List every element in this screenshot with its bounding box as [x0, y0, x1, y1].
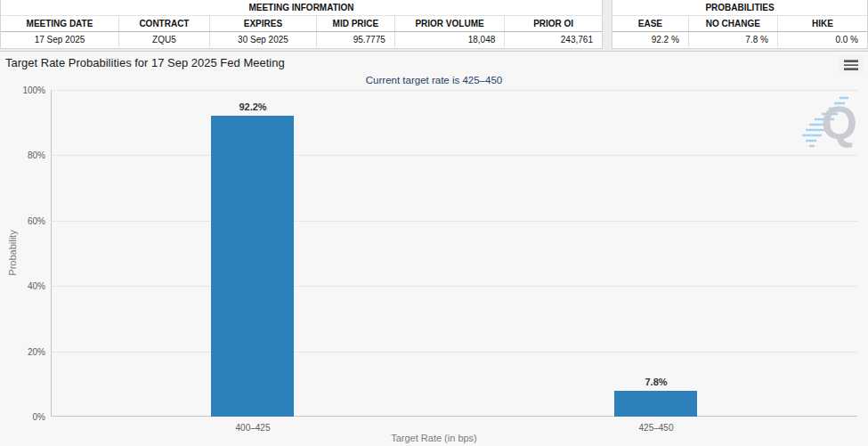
- y-tick-100%: 100%: [6, 85, 45, 95]
- probabilities-header-row: EASE NO CHANGE HIKE: [612, 16, 867, 32]
- target-rate-probabilities-chart: Target Rate Probabilities for 17 Sep 202…: [0, 51, 868, 446]
- header-no-change: NO CHANGE: [689, 16, 778, 31]
- bar-value-label-425–450: 7.8%: [603, 377, 710, 387]
- y-gridline-100%: [51, 90, 857, 91]
- value-ease: 92.2 %: [612, 32, 689, 47]
- plot-area: [51, 90, 857, 417]
- probabilities-data-row: 92.2 % 7.8 % 0.0 %: [612, 32, 867, 47]
- y-tick-20%: 20%: [6, 347, 45, 357]
- value-prior-volume: 18,048: [395, 32, 506, 47]
- y-tick-0%: 0%: [6, 412, 45, 422]
- header-meeting-date: MEETING DATE: [1, 16, 119, 31]
- chart-export-menu-button[interactable]: [840, 55, 863, 75]
- value-contract: ZQU5: [119, 32, 210, 47]
- value-prior-oi: 243,761: [505, 32, 602, 47]
- y-tick-60%: 60%: [6, 216, 45, 226]
- y-tick-80%: 80%: [6, 150, 45, 160]
- value-expires: 30 Sep 2025: [210, 32, 317, 47]
- meeting-information-table: MEETING INFORMATION MEETING DATE CONTRAC…: [0, 0, 603, 49]
- meeting-information-title: MEETING INFORMATION: [1, 0, 602, 16]
- value-meeting-date: 17 Sep 2025: [1, 32, 119, 47]
- header-ease: EASE: [612, 16, 689, 31]
- x-category-label-425–450: 425–450: [603, 423, 710, 433]
- header-hike: HIKE: [778, 16, 867, 31]
- y-gridline-40%: [51, 286, 857, 287]
- chart-subtitle: Current target rate is 425–450: [0, 75, 868, 85]
- meeting-information-data-row: 17 Sep 2025 ZQU5 30 Sep 2025 95.7775 18,…: [1, 32, 602, 47]
- x-category-label-400–425: 400–425: [199, 423, 306, 433]
- y-gridline-80%: [51, 155, 857, 156]
- bar-400–425[interactable]: [211, 116, 294, 417]
- meeting-information-header-row: MEETING DATE CONTRACT EXPIRES MID PRICE …: [1, 16, 602, 32]
- header-prior-oi: PRIOR OI: [505, 16, 602, 31]
- y-axis-title: Probability: [7, 217, 18, 288]
- value-hike: 0.0 %: [778, 32, 867, 47]
- probabilities-title: PROBABILITIES: [612, 0, 867, 16]
- probabilities-table: PROBABILITIES EASE NO CHANGE HIKE 92.2 %…: [612, 0, 868, 49]
- x-axis-title: Target Rate (in bps): [0, 433, 868, 443]
- value-no-change: 7.8 %: [689, 32, 778, 47]
- hamburger-icon: [844, 60, 858, 62]
- y-gridline-60%: [51, 221, 857, 222]
- y-gridline-20%: [51, 352, 857, 353]
- y-tick-40%: 40%: [6, 281, 45, 291]
- bar-425–450[interactable]: [614, 391, 697, 417]
- value-mid-price: 95.7775: [317, 32, 395, 47]
- header-expires: EXPIRES: [210, 16, 317, 31]
- chart-title: Target Rate Probabilities for 17 Sep 202…: [5, 56, 285, 69]
- header-contract: CONTRACT: [119, 16, 210, 31]
- header-prior-volume: PRIOR VOLUME: [395, 16, 506, 31]
- header-mid-price: MID PRICE: [317, 16, 395, 31]
- bar-value-label-400–425: 92.2%: [199, 101, 306, 112]
